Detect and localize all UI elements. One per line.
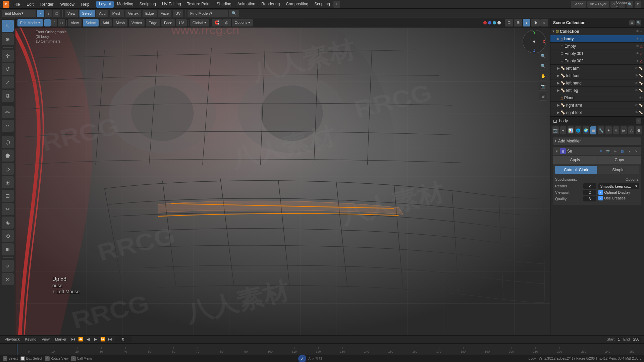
navigation-gizmo[interactable]: X Y Z [523, 30, 546, 53]
modifier-cage-icon[interactable]: ⊡ [619, 148, 625, 154]
pan-btn[interactable]: ✋ [539, 72, 547, 80]
tree-item-collection[interactable]: ▼ ⊡ Collection 👁 ✓ [550, 28, 644, 35]
shear-btn[interactable]: ⟐ [2, 260, 14, 272]
start-value[interactable]: 1 [616, 337, 622, 342]
tree-item-left-hand[interactable]: ▶ 🦴 left hand 👁 🦴 [550, 79, 644, 87]
body-mod-icon[interactable]: △ [640, 37, 643, 41]
material-shading-btn[interactable]: ◑ [531, 19, 540, 26]
left-foot-vis-icon[interactable]: 👁 [635, 74, 638, 77]
vp-uv-menu[interactable]: UV [176, 19, 186, 26]
vp-edge-menu[interactable]: Edge [146, 19, 160, 26]
poly-build-btn[interactable]: ◈ [2, 217, 14, 229]
modifier-expand-icon[interactable]: ▼ [555, 149, 558, 153]
find-models-dropdown[interactable]: Find Models ▾ [187, 10, 228, 17]
modifier-options-icon[interactable]: ▾ [626, 148, 632, 154]
prop-view-layer-icon[interactable]: 📊 [568, 126, 574, 134]
workspace-sculpting[interactable]: Sculpting [137, 1, 159, 8]
xray-btn[interactable]: ⊞ [514, 19, 522, 26]
menu-render[interactable]: Render [38, 1, 56, 7]
tree-item-empty002[interactable]: ▶ ⊙ Empty.002 👁 △ [550, 57, 644, 65]
grid-btn[interactable]: ⊞ [539, 92, 547, 101]
left-hand-vis-icon[interactable]: 👁 [635, 81, 638, 85]
bevel-btn[interactable]: ◇ [2, 163, 14, 175]
vp-face-menu[interactable]: Face [161, 19, 175, 26]
menu-help[interactable]: Help [78, 1, 92, 7]
empty002-vis-icon[interactable]: 👁 [636, 59, 639, 63]
modifier-realtime-icon[interactable]: 👁 [598, 148, 604, 154]
timeline-view-btn[interactable]: View [40, 337, 52, 342]
menu-edit[interactable]: Edit [24, 1, 36, 7]
measure-btn[interactable]: ↔ [2, 120, 14, 132]
menu-file[interactable]: File [11, 1, 22, 7]
workspace-compositing[interactable]: Compositing [283, 1, 311, 8]
face-select-mode[interactable]: □ [58, 19, 65, 26]
filter-icon[interactable]: 🔍 [627, 1, 633, 8]
global-transform[interactable]: Global ▾ [190, 19, 209, 26]
jump-end-btn[interactable]: ⏭ [107, 336, 113, 343]
prop-output-icon[interactable]: 🖨 [560, 126, 567, 134]
select-tool-btn[interactable]: ↖ [2, 20, 14, 32]
vp-view-menu[interactable]: View [68, 19, 82, 26]
prop-data-icon[interactable]: △ [628, 126, 635, 134]
add-workspace-btn[interactable]: + [333, 1, 340, 8]
extrude-btn[interactable]: ⬡ [2, 136, 14, 148]
uv-menu[interactable]: UV [173, 10, 183, 17]
rip-btn[interactable]: ⊘ [2, 273, 14, 285]
collection-filter-icon[interactable]: ⊞ [629, 20, 635, 25]
prop-physics-icon[interactable]: ⚛ [613, 126, 620, 134]
options-btn[interactable]: Options ▾ [619, 1, 625, 8]
zoom-out-btn[interactable]: 🔍 [539, 62, 547, 70]
settings-icon[interactable]: ⚙ [635, 1, 641, 8]
smooth-btn[interactable]: ≋ [2, 243, 14, 255]
edge-select-mode[interactable]: / [51, 19, 57, 26]
tree-item-empty[interactable]: ▶ ⊙ Empty 👁 △ [550, 43, 644, 50]
current-frame-input[interactable]: 0 [115, 337, 131, 342]
solid-shading-btn[interactable]: ● [523, 19, 531, 26]
mesh-menu[interactable]: Mesh [110, 10, 124, 17]
rendered-shading-btn[interactable]: ○ [540, 19, 548, 26]
apply-button[interactable]: Apply [553, 156, 597, 164]
tree-item-body[interactable]: ▶ △ body 👁 △ [550, 35, 644, 43]
marker-btn[interactable]: Marker [53, 337, 68, 342]
plane-vis-icon[interactable]: 👁 [639, 96, 643, 100]
viewport-mode-selector[interactable]: Edit Mode ▾ [17, 19, 43, 26]
face-mode-btn[interactable]: □ [53, 10, 60, 17]
workspace-uv[interactable]: UV Editing [159, 1, 184, 8]
keying-btn[interactable]: Keying [23, 337, 39, 342]
vert-mode-btn[interactable]: · [37, 10, 44, 17]
empty-vis-icon[interactable]: 👁 [636, 44, 639, 48]
proportional-btn[interactable]: ◎ [222, 19, 231, 26]
playback-btn[interactable]: Playback [3, 337, 22, 342]
quality-value[interactable]: 3 [583, 196, 596, 201]
workspace-modeling[interactable]: Modeling [114, 1, 136, 8]
vp-vertex-menu[interactable]: Vertex [129, 19, 145, 26]
empty001-vis-icon[interactable]: 👁 [636, 52, 639, 55]
workspace-scripting[interactable]: Scripting [312, 1, 333, 8]
workspace-shading[interactable]: Shading [214, 1, 234, 8]
transform-tool-btn[interactable]: ⧉ [2, 90, 14, 102]
collection-vis-icon[interactable]: 👁 [636, 29, 639, 33]
body-vis-icon[interactable]: 👁 [636, 37, 639, 41]
copy-button[interactable]: Copy [597, 156, 641, 164]
modifier-close-icon[interactable]: ✕ [633, 148, 639, 154]
simple-btn[interactable]: Simple [597, 166, 639, 174]
jump-start-btn[interactable]: ⏮ [70, 336, 76, 343]
left-leg-vis-icon[interactable]: 👁 [635, 88, 638, 92]
blender-logo[interactable]: B [3, 1, 9, 8]
snap-btn[interactable]: 🧲 [212, 19, 222, 26]
collection-search-icon[interactable]: 🔍 [636, 20, 641, 25]
scene-selector[interactable]: Scene [571, 1, 586, 8]
render-value[interactable]: 2 [583, 183, 596, 189]
prop-scene-icon[interactable]: 🌐 [575, 126, 582, 134]
prop-world-icon[interactable]: 🌍 [583, 126, 589, 134]
edge-menu[interactable]: Edge [143, 10, 157, 17]
vertex-menu[interactable]: Vertex [125, 10, 141, 17]
step-forward-btn[interactable]: ⏩ [99, 336, 106, 343]
vp-mesh-menu[interactable]: Mesh [113, 19, 127, 26]
rotate-tool-btn[interactable]: ↺ [2, 63, 14, 75]
smooth-dropdown[interactable]: Smooth, keep co... ▾ [598, 183, 640, 189]
prop-particles-icon[interactable]: ✦ [605, 126, 612, 134]
optimal-display-checkbox[interactable]: ✓ [598, 190, 603, 195]
offset-edge-btn[interactable]: ⊡ [2, 190, 14, 202]
annotate-btn[interactable]: ✏ [2, 106, 14, 118]
